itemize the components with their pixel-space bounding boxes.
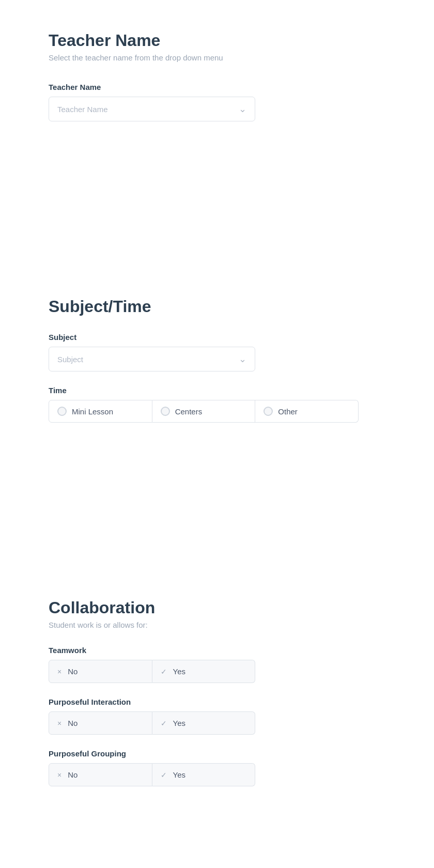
teacher-name-dropdown[interactable]: Teacher Name ⌄ (49, 97, 255, 121)
purposeful-interaction-no-option[interactable]: × No (49, 711, 152, 735)
radio-circle-other (264, 407, 273, 416)
purposeful-grouping-no-label: No (68, 770, 78, 779)
purposeful-grouping-no-option[interactable]: × No (49, 763, 152, 786)
purposeful-interaction-label: Purposeful Interaction (49, 698, 385, 706)
radio-circle-centers (161, 407, 170, 416)
subject-time-title: Subject/Time (49, 297, 385, 316)
spacer-1 (49, 152, 385, 297)
purposeful-interaction-yes-option[interactable]: ✓ Yes (152, 711, 256, 735)
purposeful-interaction-field-group: Purposeful Interaction × No ✓ Yes (49, 698, 385, 735)
teacher-name-subtitle: Select the teacher name from the drop do… (49, 53, 385, 62)
purposeful-grouping-label: Purposeful Grouping (49, 749, 385, 758)
teamwork-yes-option[interactable]: ✓ Yes (152, 660, 256, 683)
teacher-name-title: Teacher Name (49, 31, 385, 50)
teamwork-no-icon: × (57, 668, 61, 676)
time-option-other[interactable]: Other (255, 400, 359, 423)
purposeful-grouping-toggle-group: × No ✓ Yes (49, 763, 255, 786)
subject-dropdown[interactable]: Subject ⌄ (49, 347, 255, 371)
collaboration-title: Collaboration (49, 598, 385, 617)
time-option-centers-label: Centers (175, 407, 203, 416)
teamwork-yes-label: Yes (173, 667, 185, 676)
teamwork-no-option[interactable]: × No (49, 660, 152, 683)
teacher-name-section: Teacher Name Select the teacher name fro… (49, 31, 385, 121)
teamwork-field-group: Teamwork × No ✓ Yes (49, 646, 385, 683)
purposeful-interaction-yes-icon: ✓ (161, 719, 167, 727)
purposeful-interaction-no-icon: × (57, 719, 61, 727)
purposeful-interaction-yes-label: Yes (173, 719, 185, 727)
time-option-mini-lesson[interactable]: Mini Lesson (49, 400, 152, 423)
time-option-centers[interactable]: Centers (152, 400, 256, 423)
teamwork-toggle-group: × No ✓ Yes (49, 660, 255, 683)
collaboration-section: Collaboration Student work is or allows … (49, 598, 385, 786)
subject-chevron-icon: ⌄ (239, 353, 246, 365)
purposeful-interaction-toggle-group: × No ✓ Yes (49, 711, 255, 735)
subject-time-section: Subject/Time Subject Subject ⌄ Time Mini… (49, 297, 385, 423)
purposeful-grouping-yes-label: Yes (173, 770, 185, 779)
teamwork-no-label: No (68, 667, 78, 676)
purposeful-grouping-yes-option[interactable]: ✓ Yes (152, 763, 256, 786)
teacher-name-chevron-icon: ⌄ (239, 103, 246, 115)
teamwork-label: Teamwork (49, 646, 385, 655)
teacher-name-dropdown-placeholder: Teacher Name (57, 105, 108, 114)
subject-dropdown-placeholder: Subject (57, 355, 83, 364)
subject-field-label: Subject (49, 333, 385, 342)
purposeful-grouping-yes-icon: ✓ (161, 771, 167, 779)
teamwork-yes-icon: ✓ (161, 668, 167, 676)
collaboration-subtitle: Student work is or allows for: (49, 621, 385, 629)
radio-circle-mini-lesson (57, 407, 67, 416)
time-radio-group: Mini Lesson Centers Other (49, 400, 359, 423)
purposeful-grouping-field-group: Purposeful Grouping × No ✓ Yes (49, 749, 385, 786)
time-option-mini-lesson-label: Mini Lesson (72, 407, 113, 416)
purposeful-grouping-no-icon: × (57, 771, 61, 779)
time-option-other-label: Other (278, 407, 298, 416)
purposeful-interaction-no-label: No (68, 719, 78, 727)
teacher-name-field-label: Teacher Name (49, 83, 385, 91)
time-field-label: Time (49, 386, 385, 395)
spacer-2 (49, 454, 385, 598)
